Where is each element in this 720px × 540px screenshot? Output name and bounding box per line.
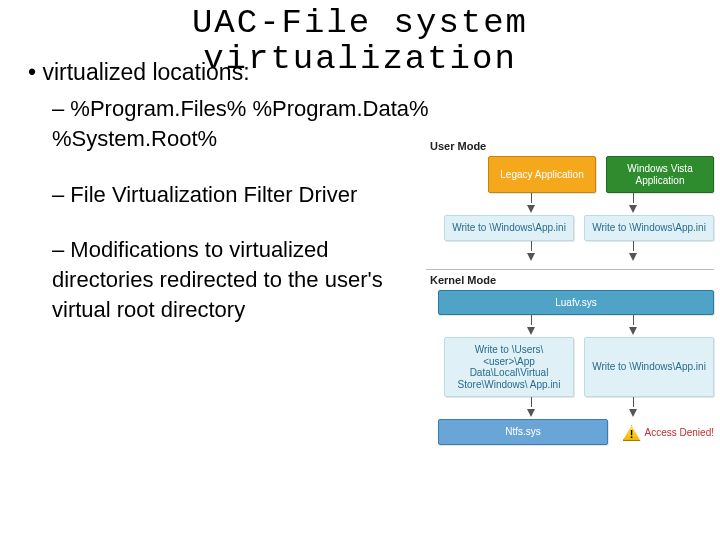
- vista-app-box: Windows Vista Application: [606, 156, 714, 193]
- bullet-driver: File Virtualization Filter Driver: [52, 180, 432, 210]
- user-mode-label: User Mode: [430, 140, 714, 152]
- write-virtualstore-box: Write to \Users\<user>\App Data\Local\Vi…: [444, 337, 574, 397]
- write-windows-box: Write to \Windows\App.ini: [584, 337, 714, 397]
- access-denied-label: Access Denied!: [645, 428, 714, 438]
- write-ini-left: Write to \Windows\App.ini: [444, 215, 574, 241]
- luafv-box: Luafv.sys: [438, 290, 714, 316]
- diagram: User Mode Legacy Application Windows Vis…: [426, 138, 714, 533]
- bullet-paths: %Program.Files% %Program.Data% %System.R…: [52, 94, 432, 153]
- legacy-app-box: Legacy Application: [488, 156, 596, 193]
- warning-icon: !: [623, 425, 641, 441]
- kernel-mode-label: Kernel Mode: [430, 274, 714, 286]
- bullet-redirect: Modifications to virtualized directories…: [52, 235, 432, 324]
- ntfs-box: Ntfs.sys: [438, 419, 608, 445]
- write-ini-right: Write to \Windows\App.ini: [584, 215, 714, 241]
